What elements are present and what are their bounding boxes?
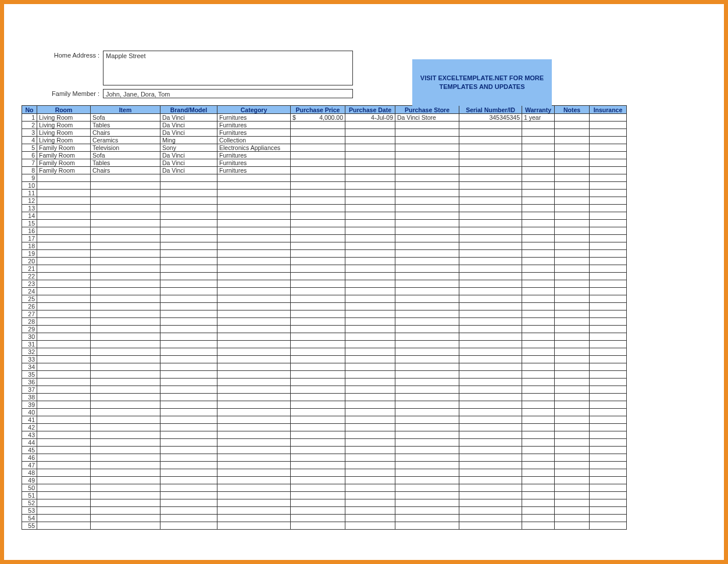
cell-price[interactable] [291, 167, 345, 174]
cell-no[interactable]: 35 [22, 371, 37, 379]
cell-brand[interactable] [160, 409, 217, 416]
cell-category[interactable] [217, 303, 291, 310]
cell-serial[interactable] [459, 439, 522, 447]
cell-price[interactable] [291, 515, 345, 522]
cell-store[interactable] [395, 190, 459, 197]
cell-brand[interactable] [160, 522, 217, 530]
cell-item[interactable] [91, 220, 160, 227]
cell-warranty[interactable] [522, 416, 555, 424]
cell-warranty[interactable] [522, 386, 555, 394]
cell-store[interactable] [395, 431, 459, 439]
cell-serial[interactable] [459, 129, 522, 137]
cell-no[interactable]: 21 [22, 265, 37, 273]
cell-notes[interactable] [555, 220, 590, 227]
cell-date[interactable] [345, 242, 395, 250]
cell-no[interactable]: 51 [22, 492, 37, 499]
cell-no[interactable]: 25 [22, 295, 37, 303]
cell-price[interactable] [291, 424, 345, 431]
cell-brand[interactable] [160, 273, 217, 280]
cell-store[interactable] [395, 477, 459, 484]
cell-date[interactable] [345, 288, 395, 295]
cell-item[interactable] [91, 197, 160, 205]
cell-brand[interactable] [160, 303, 217, 310]
cell-category[interactable]: Furnitures [217, 114, 291, 122]
cell-warranty[interactable] [522, 326, 555, 333]
cell-store[interactable] [395, 341, 459, 348]
cell-date[interactable] [345, 439, 395, 447]
cell-price[interactable] [291, 326, 345, 333]
cell-insurance[interactable] [590, 280, 627, 288]
cell-notes[interactable] [555, 205, 590, 212]
cell-brand[interactable] [160, 499, 217, 507]
cell-room[interactable] [37, 379, 91, 386]
cell-category[interactable] [217, 212, 291, 220]
cell-notes[interactable] [555, 167, 590, 174]
cell-notes[interactable] [555, 242, 590, 250]
cell-warranty[interactable] [522, 258, 555, 265]
cell-room[interactable] [37, 318, 91, 326]
cell-room[interactable] [37, 454, 91, 462]
cell-category[interactable] [217, 295, 291, 303]
cell-price[interactable] [291, 288, 345, 295]
cell-room[interactable]: Family Room [37, 152, 91, 159]
cell-notes[interactable] [555, 212, 590, 220]
cell-notes[interactable] [555, 499, 590, 507]
cell-item[interactable] [91, 250, 160, 258]
cell-notes[interactable] [555, 477, 590, 484]
cell-room[interactable] [37, 333, 91, 341]
cell-insurance[interactable] [590, 197, 627, 205]
cell-item[interactable] [91, 318, 160, 326]
cell-notes[interactable] [555, 227, 590, 235]
cell-room[interactable] [37, 409, 91, 416]
cell-warranty[interactable] [522, 190, 555, 197]
cell-category[interactable] [217, 462, 291, 469]
cell-room[interactable] [37, 174, 91, 182]
cell-room[interactable] [37, 401, 91, 409]
cell-no[interactable]: 26 [22, 303, 37, 310]
cell-store[interactable] [395, 144, 459, 152]
col-header-item[interactable]: Item [91, 106, 160, 114]
col-header-store[interactable]: Purchase Store [395, 106, 459, 114]
cell-room[interactable] [37, 197, 91, 205]
cell-insurance[interactable] [590, 295, 627, 303]
cell-brand[interactable] [160, 235, 217, 242]
cell-insurance[interactable] [590, 227, 627, 235]
cell-warranty[interactable] [522, 318, 555, 326]
cell-serial[interactable] [459, 144, 522, 152]
cell-category[interactable] [217, 265, 291, 273]
cell-item[interactable] [91, 273, 160, 280]
cell-serial[interactable] [459, 363, 522, 371]
promo-banner[interactable]: VISIT EXCELTEMPLATE.NET FOR MORE TEMPLAT… [412, 59, 552, 106]
cell-notes[interactable] [555, 137, 590, 144]
cell-no[interactable]: 20 [22, 258, 37, 265]
cell-category[interactable] [217, 386, 291, 394]
cell-serial[interactable] [459, 122, 522, 129]
cell-store[interactable] [395, 371, 459, 379]
cell-price[interactable] [291, 371, 345, 379]
cell-store[interactable] [395, 462, 459, 469]
cell-notes[interactable] [555, 431, 590, 439]
cell-category[interactable]: Furnitures [217, 152, 291, 159]
cell-room[interactable] [37, 310, 91, 318]
cell-warranty[interactable] [522, 235, 555, 242]
cell-room[interactable]: Living Room [37, 114, 91, 122]
cell-room[interactable] [37, 242, 91, 250]
cell-notes[interactable] [555, 129, 590, 137]
cell-no[interactable]: 31 [22, 341, 37, 348]
cell-insurance[interactable] [590, 386, 627, 394]
cell-serial[interactable] [459, 167, 522, 174]
cell-serial[interactable] [459, 235, 522, 242]
cell-insurance[interactable] [590, 122, 627, 129]
cell-insurance[interactable] [590, 341, 627, 348]
cell-brand[interactable]: Da Vinci [160, 129, 217, 137]
cell-warranty[interactable] [522, 280, 555, 288]
cell-warranty[interactable] [522, 341, 555, 348]
cell-item[interactable] [91, 499, 160, 507]
cell-notes[interactable] [555, 288, 590, 295]
cell-warranty[interactable] [522, 469, 555, 477]
cell-no[interactable]: 15 [22, 220, 37, 227]
cell-serial[interactable] [459, 303, 522, 310]
cell-store[interactable] [395, 333, 459, 341]
cell-insurance[interactable] [590, 303, 627, 310]
cell-insurance[interactable] [590, 144, 627, 152]
